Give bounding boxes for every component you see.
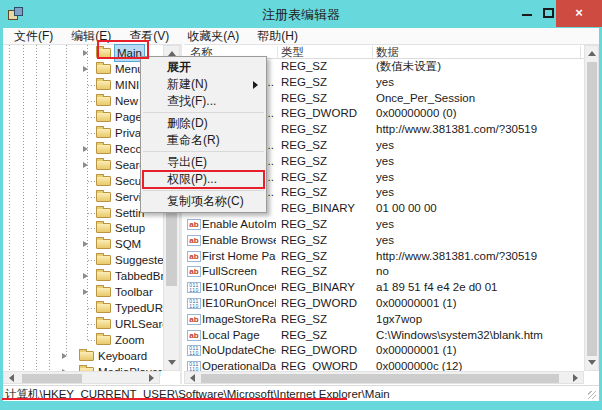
value-name: First Home Page [202,249,276,265]
expander-icon[interactable] [83,50,88,56]
expander-icon[interactable] [83,146,88,152]
tree-item-urlsearch[interactable]: URLSearch [3,316,163,332]
scroll-down-arrow-icon[interactable] [168,360,176,365]
tree-item-main[interactable]: Main [3,45,163,61]
value-data: yes [376,138,576,154]
expander-icon[interactable] [83,289,88,295]
tree-connector [88,228,95,229]
context-menu-item-10[interactable]: 复制项名称(C) [141,193,266,210]
expander-icon[interactable] [83,66,88,72]
tree-item-label: MINI [115,77,139,93]
context-menu-item-0[interactable]: 展开 [141,59,266,76]
tree-connector [88,85,95,86]
resize-grip-icon[interactable] [588,391,596,399]
expander-icon[interactable] [83,241,88,247]
value-row[interactable]: abEnable AutoIm...REG_SZyes [184,217,582,233]
tree-item-reco[interactable]: Reco [3,141,163,157]
value-row[interactable]: abFirst Home PageREG_SZhttp://www.381381… [184,249,582,265]
value-row[interactable]: abFullScreenREG_SZno [184,264,582,280]
value-type: REG_SZ [281,249,327,265]
value-row[interactable]: 011 110IE10RunOnceC...REG_BINARYa1 89 51… [184,280,582,296]
tree-horizontal-scrollbar[interactable] [3,371,160,384]
tree-item-sqm[interactable]: SQM [3,236,163,252]
list-vertical-scrollbar[interactable] [584,45,599,371]
value-name: IE10RunOnceC... [202,280,276,296]
scroll-up-arrow-icon[interactable] [588,51,596,56]
scrollbar-thumb[interactable] [22,374,82,383]
tree-item-secur[interactable]: Secur [3,173,163,189]
tree-item-typedurl[interactable]: TypedURL [3,300,163,316]
context-menu-item-7[interactable]: 导出(E) [141,154,266,171]
tree-item-menu[interactable]: Menu [3,61,163,77]
tree-item-tabbedbr[interactable]: TabbedBr [3,268,163,284]
value-data: 01 00 00 00 [376,201,576,217]
registry-editor-window: 注册表编辑器 × 文件(F)编辑(E)查看(V)收藏夹(A)帮助(H) Main… [0,0,602,410]
menubar-item-1[interactable]: 编辑(E) [62,28,120,44]
value-data: Once_Per_Session [376,91,576,107]
context-menu-item-5[interactable]: 重命名(R) [141,132,266,149]
string-value-icon: ab [187,330,201,341]
tree-connector [88,260,95,261]
close-button[interactable]: × [556,0,602,27]
title-bar: 注册表编辑器 × [0,0,602,28]
scroll-left-arrow-icon[interactable] [190,374,195,382]
context-menu-item-permissions[interactable]: 权限(P)... [141,171,266,188]
value-data: yes [376,185,576,201]
header-separator [580,46,581,58]
tree-item-priva[interactable]: Priva [3,125,163,141]
tree-item-suggested[interactable]: Suggested [3,252,163,268]
minimize-button[interactable] [516,0,538,27]
value-type: REG_DWORD [281,343,357,359]
column-header-2[interactable]: 数据 [376,45,399,59]
menubar-item-0[interactable]: 文件(F) [5,28,62,44]
menu-bar: 文件(F)编辑(E)查看(V)收藏夹(A)帮助(H) [3,28,599,44]
tree-item-new[interactable]: New [3,93,163,109]
tree-item-toolbar[interactable]: Toolbar [3,284,163,300]
string-value-icon: ab [187,219,201,230]
value-type: REG_SZ [281,328,327,344]
value-type: REG_SZ [281,91,327,107]
scroll-right-arrow-icon[interactable] [149,374,154,382]
value-name: NoUpdateCheck [202,343,276,359]
value-row[interactable]: abEnable Browse...REG_SZyes [184,233,582,249]
folder-icon [96,64,111,74]
tree-item-settin[interactable]: Settin [3,205,163,221]
menubar-item-2[interactable]: 查看(V) [120,28,178,44]
value-name: Enable AutoIm... [202,217,276,233]
scrollbar-thumb[interactable] [587,62,597,356]
menubar-item-4[interactable]: 帮助(H) [248,28,307,44]
value-data: 0x00000001 (1) [376,296,576,312]
tree-item-servi[interactable]: Servi [3,189,163,205]
list-horizontal-scrollbar[interactable] [184,371,584,384]
value-data: a1 89 51 f4 e4 2e d0 01 [376,280,576,296]
expander-icon[interactable] [62,353,67,359]
value-row[interactable]: abLocal PageREG_SZC:\Windows\system32\bl… [184,328,582,344]
menubar-item-3[interactable]: 收藏夹(A) [178,28,248,44]
tree-item-zoom[interactable]: Zoom [3,332,163,348]
context-menu-item-4[interactable]: 删除(D) [141,115,266,132]
scroll-down-arrow-icon[interactable] [588,360,596,365]
folder-icon [96,80,111,90]
tree-item-mini[interactable]: MINI [3,77,163,93]
tree-item-keyboard[interactable]: Keyboard [3,348,163,364]
folder-icon [96,144,111,154]
value-row[interactable]: 011 110IE10RunOnceP...REG_DWORD0x0000000… [184,296,582,312]
window-content: 文件(F)编辑(E)查看(V)收藏夹(A)帮助(H) MainMenuMININ… [3,28,599,401]
scrollbar-thumb[interactable] [201,374,559,383]
context-menu-item-1[interactable]: 新建(N) [141,76,266,93]
folder-icon [96,176,111,186]
tree-item-setup[interactable]: Setup [3,220,163,236]
folder-icon [96,271,111,281]
value-type: REG_SZ [281,185,327,201]
context-menu-item-2[interactable]: 查找(F)... [141,93,266,110]
scroll-left-arrow-icon[interactable] [9,374,14,382]
expander-icon[interactable] [83,162,88,168]
expander-icon[interactable] [83,273,88,279]
value-row[interactable]: 011 110NoUpdateCheckREG_DWORD0x00000001 … [184,343,582,359]
tree-item-searc[interactable]: Searc [3,157,163,173]
column-header-1[interactable]: 类型 [281,45,304,59]
value-data: yes [376,75,576,91]
value-row[interactable]: abImageStoreRa...REG_SZ1gx7wop [184,312,582,328]
tree-item-page[interactable]: Page [3,109,163,125]
scroll-right-arrow-icon[interactable] [573,374,578,382]
